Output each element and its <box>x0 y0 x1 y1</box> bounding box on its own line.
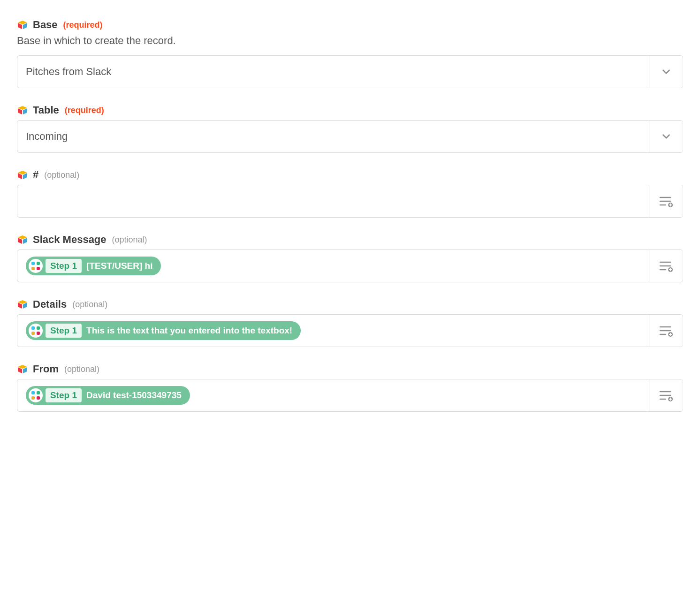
airtable-icon <box>17 299 28 310</box>
airtable-icon <box>17 105 28 116</box>
insert-data-button[interactable] <box>649 315 683 347</box>
pill-value: This is the text that you entered into t… <box>86 325 299 336</box>
field-label-row: Details (optional) <box>17 298 683 310</box>
base-select[interactable]: Pitches from Slack <box>17 55 683 88</box>
optional-badge: (optional) <box>72 300 107 310</box>
field-label-row: Slack Message (optional) <box>17 234 683 246</box>
airtable-icon <box>17 169 28 181</box>
insert-data-icon <box>659 389 673 401</box>
field-name-slack-message: Slack Message <box>33 234 107 246</box>
pill-step-label: Step 1 <box>46 324 82 338</box>
hash-input-body[interactable] <box>17 185 649 217</box>
data-pill-slack-message[interactable]: Step 1 [TEST/USER] hi <box>26 257 161 275</box>
airtable-icon <box>17 234 28 245</box>
table-select[interactable]: Incoming <box>17 120 683 153</box>
slack-icon <box>29 324 43 338</box>
details-input[interactable]: Step 1 This is the text that you entered… <box>17 314 683 347</box>
slack-message-body[interactable]: Step 1 [TEST/USER] hi <box>17 250 649 282</box>
chevron-down-icon <box>660 130 672 143</box>
optional-badge: (optional) <box>44 170 79 180</box>
insert-data-button[interactable] <box>649 379 683 411</box>
field-name-details: Details <box>33 298 67 310</box>
hash-input[interactable] <box>17 185 683 218</box>
from-body[interactable]: Step 1 David test-1503349735 <box>17 379 649 411</box>
field-name-hash: # <box>33 169 38 181</box>
pill-value: David test-1503349735 <box>86 390 188 401</box>
field-slack-message: Slack Message (optional) Step 1 [TEST/US… <box>17 234 683 282</box>
required-badge: (required) <box>63 20 103 30</box>
field-name-table: Table <box>33 104 59 116</box>
insert-data-button[interactable] <box>649 185 683 217</box>
data-pill-from[interactable]: Step 1 David test-1503349735 <box>26 386 190 405</box>
insert-data-button[interactable] <box>649 250 683 282</box>
data-pill-details[interactable]: Step 1 This is the text that you entered… <box>26 321 301 340</box>
optional-badge: (optional) <box>64 364 99 374</box>
insert-data-icon <box>659 325 673 337</box>
field-name-base: Base <box>33 19 58 31</box>
insert-data-icon <box>659 260 673 272</box>
field-hash: # (optional) <box>17 169 683 218</box>
insert-data-icon <box>659 195 673 207</box>
slack-message-input[interactable]: Step 1 [TEST/USER] hi <box>17 250 683 282</box>
slack-icon <box>29 259 43 273</box>
from-input[interactable]: Step 1 David test-1503349735 <box>17 379 683 412</box>
pill-value: [TEST/USER] hi <box>86 261 159 271</box>
table-select-toggle[interactable] <box>649 121 683 152</box>
field-label-row: Table (required) <box>17 104 683 116</box>
field-from: From (optional) Step 1 David test-150334… <box>17 363 683 412</box>
pill-step-label: Step 1 <box>46 388 82 402</box>
airtable-icon <box>17 363 28 375</box>
form-page: Base (required) Base in which to create … <box>0 0 700 446</box>
airtable-icon <box>17 19 28 30</box>
required-badge: (required) <box>65 106 104 115</box>
base-select-toggle[interactable] <box>649 56 683 88</box>
field-label-row: # (optional) <box>17 169 683 181</box>
table-select-value[interactable]: Incoming <box>17 121 649 152</box>
field-label-row: Base (required) <box>17 19 683 31</box>
field-base: Base (required) Base in which to create … <box>17 19 683 88</box>
field-name-from: From <box>33 363 59 375</box>
optional-badge: (optional) <box>112 235 147 245</box>
field-table: Table (required) Incoming <box>17 104 683 153</box>
slack-icon <box>29 388 43 402</box>
field-label-row: From (optional) <box>17 363 683 375</box>
helper-text-base: Base in which to create the record. <box>17 35 683 47</box>
field-details: Details (optional) Step 1 This is the te… <box>17 298 683 347</box>
base-select-value[interactable]: Pitches from Slack <box>17 56 649 88</box>
pill-step-label: Step 1 <box>46 259 82 273</box>
details-body[interactable]: Step 1 This is the text that you entered… <box>17 315 649 347</box>
chevron-down-icon <box>660 66 672 78</box>
